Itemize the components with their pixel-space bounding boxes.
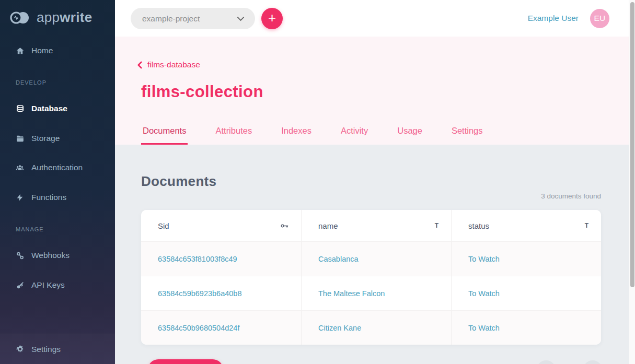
sidebar: appwrite Home DEVELOP Database Storage: [0, 0, 115, 364]
key-icon: [281, 223, 288, 229]
column-label: name: [318, 221, 338, 230]
tab-activity[interactable]: Activity: [339, 126, 370, 145]
home-icon: [15, 46, 25, 55]
documents-count: 3 documents found: [541, 192, 601, 200]
cell-name: Citizen Kane: [302, 311, 452, 345]
collection-header: films-database films-collection Document…: [115, 37, 629, 145]
page-title: films-collection: [141, 83, 263, 101]
sidebar-item-api-keys[interactable]: API Keys: [0, 274, 115, 296]
column-header-status[interactable]: status T: [452, 210, 601, 241]
scrollbar-thumb[interactable]: [630, 2, 634, 287]
text-type-icon: T: [585, 222, 588, 229]
documents-table: Sid name T status T 63584c653f81003f8c49…: [141, 210, 601, 345]
sidebar-item-settings[interactable]: Settings: [0, 334, 115, 364]
appwrite-logo[interactable]: appwrite: [9, 9, 92, 26]
sidebar-item-webhooks[interactable]: Webhooks: [0, 244, 115, 266]
key-icon: [15, 280, 25, 290]
sidebar-item-database[interactable]: Database: [0, 98, 115, 120]
cell-document-id: 63584c653f81003f8c49: [141, 242, 302, 276]
sidebar-item-label: API Keys: [31, 280, 65, 290]
sidebar-section-manage: MANAGE: [16, 226, 44, 232]
sidebar-item-storage[interactable]: Storage: [0, 127, 115, 149]
table-row[interactable]: 63584c59b6923b6a40b8 The Maltese Falcon …: [141, 276, 601, 310]
column-label: status: [468, 221, 489, 230]
documents-heading: Documents: [141, 173, 216, 190]
sidebar-item-label: Functions: [31, 193, 66, 202]
cell-status: To Watch: [452, 311, 601, 345]
table-header-row: Sid name T status T: [141, 210, 601, 241]
gear-icon: [15, 345, 25, 354]
sidebar-item-label: Settings: [31, 345, 61, 354]
sidebar-item-label: Webhooks: [31, 251, 70, 260]
avatar: EU: [590, 9, 609, 28]
cell-name: The Maltese Falcon: [302, 276, 452, 310]
tab-documents[interactable]: Documents: [141, 126, 188, 145]
text-type-icon: T: [435, 222, 438, 229]
pagination-prev-button[interactable]: [537, 360, 556, 364]
tab-usage[interactable]: Usage: [396, 126, 424, 145]
cell-document-id: 63584c50b9680504d24f: [141, 311, 302, 345]
sidebar-section-develop: DEVELOP: [16, 79, 47, 86]
user-name: Example User: [528, 14, 579, 23]
topbar: example-project + Example User EU: [115, 0, 629, 37]
appwrite-logo-icon: [9, 10, 32, 26]
sidebar-item-label: Home: [31, 46, 53, 55]
tab-settings[interactable]: Settings: [450, 126, 484, 145]
create-project-button[interactable]: +: [261, 8, 283, 29]
documents-panel: Documents 3 documents found Sid name T s…: [115, 145, 629, 364]
sidebar-item-authentication[interactable]: Authentication: [0, 157, 115, 179]
sidebar-item-label: Database: [31, 104, 67, 113]
column-header-name[interactable]: name T: [302, 210, 452, 241]
appwrite-logo-text: appwrite: [37, 9, 92, 26]
cell-name: Casablanca: [302, 242, 452, 276]
column-label: Sid: [158, 221, 169, 230]
breadcrumb[interactable]: films-database: [137, 60, 200, 69]
sidebar-item-home[interactable]: Home: [0, 40, 115, 62]
add-document-button[interactable]: [148, 359, 223, 364]
sidebar-item-label: Storage: [31, 134, 60, 143]
tab-indexes[interactable]: Indexes: [280, 126, 313, 145]
chain-icon: [15, 251, 25, 260]
appwrite-console: appwrite Home DEVELOP Database Storage: [0, 0, 635, 364]
column-header-sid[interactable]: Sid: [141, 210, 302, 241]
chevron-left-icon: [137, 61, 143, 69]
sidebar-item-label: Authentication: [31, 163, 83, 172]
tab-attributes[interactable]: Attributes: [214, 126, 253, 145]
users-icon: [15, 163, 25, 172]
chevron-down-icon: [237, 16, 245, 21]
collection-tabs: Documents Attributes Indexes Activity Us…: [141, 126, 484, 145]
lightning-icon: [15, 193, 25, 202]
scrollbar-track[interactable]: [629, 0, 635, 364]
pagination-next-button[interactable]: [583, 360, 602, 364]
folder-icon: [15, 134, 25, 143]
cell-document-id: 63584c59b6923b6a40b8: [141, 276, 302, 310]
project-select-value: example-project: [142, 14, 200, 24]
cell-status: To Watch: [452, 242, 601, 276]
user-menu[interactable]: Example User EU: [528, 0, 609, 37]
database-icon: [15, 104, 25, 113]
table-row[interactable]: 63584c50b9680504d24f Citizen Kane To Wat…: [141, 310, 601, 345]
cell-status: To Watch: [452, 276, 601, 310]
sidebar-item-functions[interactable]: Functions: [0, 186, 115, 208]
project-select[interactable]: example-project: [131, 8, 255, 29]
breadcrumb-label: films-database: [147, 60, 200, 69]
table-row[interactable]: 63584c653f81003f8c49 Casablanca To Watch: [141, 241, 601, 276]
